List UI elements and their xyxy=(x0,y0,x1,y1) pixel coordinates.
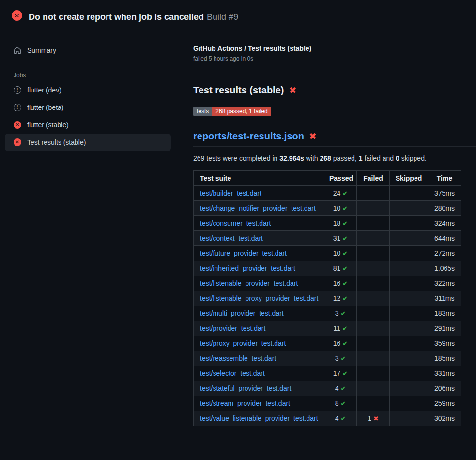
test-suite-link[interactable]: test/inherited_provider_test.dart xyxy=(200,264,295,272)
badge-value: 268 passed, 1 failed xyxy=(212,107,271,116)
sidebar: Summary Jobs !flutter (dev)!flutter (bet… xyxy=(0,30,182,163)
home-icon xyxy=(14,46,21,54)
check-icon: ✔ xyxy=(342,250,348,257)
time-cell: 183ms xyxy=(428,306,461,321)
suite-cell: test/consumer_test.dart xyxy=(194,216,324,231)
jobs-list: !flutter (dev)!flutter (beta)✕flutter (s… xyxy=(5,81,171,151)
passed-cell-count: 17 xyxy=(333,369,342,377)
test-suite-link[interactable]: test/future_provider_test.dart xyxy=(200,249,287,257)
suite-cell: test/value_listenable_provider_test.dart xyxy=(194,411,324,426)
check-icon: ✔ xyxy=(342,205,348,212)
skipped-cell xyxy=(390,231,428,246)
skipped-cell xyxy=(390,246,428,261)
summary-text: 269 tests were completed in xyxy=(193,154,279,162)
page-title: Do not create report when job is cancell… xyxy=(29,8,238,23)
suite-cell: test/proxy_provider_test.dart xyxy=(194,336,324,351)
check-icon: ✔ xyxy=(340,400,346,407)
table-header: Test suitePassedFailedSkippedTime xyxy=(194,171,461,186)
passed-cell: 4 ✔ xyxy=(324,411,357,426)
sidebar-item-test-results-stable[interactable]: ✕Test results (stable) xyxy=(5,134,171,151)
passed-cell: 12 ✔ xyxy=(324,291,357,306)
skipped-cell xyxy=(390,261,428,276)
sidebar-item-flutter-beta[interactable]: !flutter (beta) xyxy=(5,99,171,116)
time-cell: 259ms xyxy=(428,396,461,411)
job-label: flutter (stable) xyxy=(27,121,69,129)
skipped-cell xyxy=(390,366,428,381)
report-link[interactable]: reports/test-results.json xyxy=(193,131,304,142)
skipped-cell xyxy=(390,411,428,426)
suite-cell: test/context_test.dart xyxy=(194,231,324,246)
check-icon: ✔ xyxy=(342,265,348,272)
table-row: test/proxy_provider_test.dart16 ✔359ms xyxy=(194,336,461,351)
skipped-cell xyxy=(390,336,428,351)
failed-cell xyxy=(357,381,390,396)
test-suite-link[interactable]: test/provider_test.dart xyxy=(200,324,265,332)
passed-cell: 10 ✔ xyxy=(324,246,357,261)
test-suite-link[interactable]: test/reassemble_test.dart xyxy=(200,354,276,362)
section-title: Test results (stable) ✖ xyxy=(193,85,476,96)
x-icon: ✖ xyxy=(373,415,379,422)
table-row: test/future_provider_test.dart10 ✔272ms xyxy=(194,246,461,261)
test-suite-link[interactable]: test/stream_provider_test.dart xyxy=(200,399,290,407)
skipped-cell xyxy=(390,186,428,201)
layout: Summary Jobs !flutter (dev)!flutter (bet… xyxy=(0,30,476,445)
badge-label: tests xyxy=(193,107,212,116)
time-cell: 311ms xyxy=(428,291,461,306)
time-cell: 331ms xyxy=(428,366,461,381)
sidebar-item-flutter-stable[interactable]: ✕flutter (stable) xyxy=(5,116,171,134)
test-suite-link[interactable]: test/builder_test.dart xyxy=(200,189,261,197)
passed-cell-count: 8 xyxy=(335,399,341,407)
job-label: Test results (stable) xyxy=(27,138,86,146)
failed-cell xyxy=(357,246,390,261)
summary-value: 0 xyxy=(396,154,399,162)
tests-badge: tests268 passed, 1 failed xyxy=(193,107,271,116)
x-circle-icon: ✕ xyxy=(14,138,21,146)
failed-cell: 1 ✖ xyxy=(357,411,390,426)
test-suite-link[interactable]: test/multi_provider_test.dart xyxy=(200,309,284,317)
table-row: test/stream_provider_test.dart8 ✔259ms xyxy=(194,396,461,411)
test-suite-link[interactable]: test/context_test.dart xyxy=(200,234,263,242)
failed-cell xyxy=(357,396,390,411)
table-row: test/consumer_test.dart18 ✔324ms xyxy=(194,216,461,231)
test-suite-link[interactable]: test/change_notifier_provider_test.dart xyxy=(200,204,316,212)
column-header-passed: Passed xyxy=(324,171,357,186)
summary-text: skipped. xyxy=(399,154,427,162)
suite-cell: test/reassemble_test.dart xyxy=(194,351,324,366)
check-icon: ✔ xyxy=(342,220,348,227)
suite-cell: test/listenable_provider_test.dart xyxy=(194,276,324,291)
test-suite-link[interactable]: test/consumer_test.dart xyxy=(200,219,271,227)
sidebar-summary-label: Summary xyxy=(27,46,56,54)
table-row: test/stateful_provider_test.dart4 ✔206ms xyxy=(194,381,461,396)
table-row: test/inherited_provider_test.dart81 ✔1.0… xyxy=(194,261,461,276)
time-cell: 644ms xyxy=(428,231,461,246)
failed-cell xyxy=(357,366,390,381)
test-suite-link[interactable]: test/proxy_provider_test.dart xyxy=(200,339,286,347)
suite-cell: test/future_provider_test.dart xyxy=(194,246,324,261)
time-cell: 206ms xyxy=(428,381,461,396)
table-row: test/value_listenable_provider_test.dart… xyxy=(194,411,461,426)
passed-cell: 4 ✔ xyxy=(324,381,357,396)
test-suite-link[interactable]: test/value_listenable_provider_test.dart xyxy=(200,414,318,422)
passed-cell-count: 3 xyxy=(335,354,341,362)
summary-text: passed, xyxy=(331,154,359,162)
test-suite-link[interactable]: test/selector_test.dart xyxy=(200,369,265,377)
check-icon: ✔ xyxy=(340,385,346,392)
summary-value: 1 xyxy=(359,154,363,162)
failed-cell xyxy=(357,336,390,351)
time-cell: 280ms xyxy=(428,201,461,216)
test-suite-link[interactable]: test/listenable_provider_test.dart xyxy=(200,279,298,287)
check-icon: ✔ xyxy=(340,415,346,422)
time-cell: 1.065s xyxy=(428,261,461,276)
test-suite-link[interactable]: test/listenable_proxy_provider_test.dart xyxy=(200,294,318,302)
passed-cell: 18 ✔ xyxy=(324,216,357,231)
column-header-time: Time xyxy=(428,171,461,186)
sidebar-item-summary[interactable]: Summary xyxy=(5,42,171,59)
test-suite-link[interactable]: test/stateful_provider_test.dart xyxy=(200,384,291,392)
build-header: ✕ Do not create report when job is cance… xyxy=(0,0,476,30)
failed-cell xyxy=(357,321,390,336)
x-circle-icon: ✕ xyxy=(14,121,21,129)
column-header-skipped: Skipped xyxy=(390,171,428,186)
sidebar-item-flutter-dev[interactable]: !flutter (dev) xyxy=(5,81,171,99)
passed-cell-count: 10 xyxy=(333,204,342,212)
time-cell: 291ms xyxy=(428,321,461,336)
